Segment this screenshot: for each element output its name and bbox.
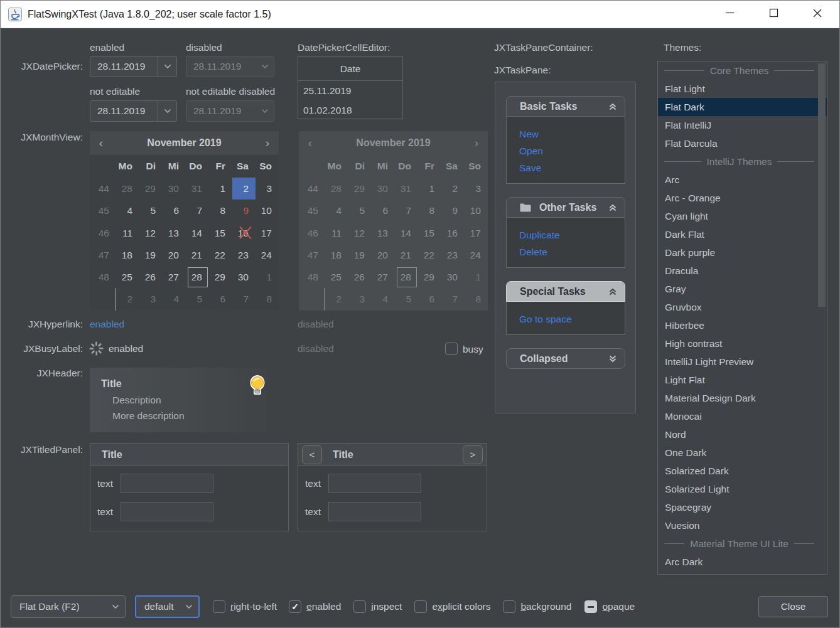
theme-item[interactable]: Spacegray xyxy=(658,498,827,516)
checkbox-busy[interactable] xyxy=(445,343,458,355)
text-input[interactable] xyxy=(328,502,421,521)
themes-scrollbar-thumb[interactable] xyxy=(818,63,826,307)
theme-item[interactable]: Vuesion xyxy=(658,516,827,535)
checkbox-box[interactable] xyxy=(353,600,366,613)
day-cell[interactable]: 9 xyxy=(232,200,256,221)
taskpane-header[interactable]: Other Tasks xyxy=(506,197,625,218)
task-link[interactable]: Save xyxy=(519,159,625,176)
variant-combobox[interactable]: default xyxy=(135,595,200,618)
theme-item[interactable]: Solarized Light xyxy=(658,480,827,498)
chevron-down-icon[interactable] xyxy=(158,101,176,121)
checkbox-box[interactable] xyxy=(213,600,225,613)
day-cell[interactable]: 16 xyxy=(232,222,256,244)
day-cell[interactable]: 7 xyxy=(186,200,209,221)
day-cell[interactable]: 8 xyxy=(256,288,279,310)
table-header-date[interactable]: Date xyxy=(298,57,402,81)
task-link[interactable]: New xyxy=(519,125,625,142)
taskpane-header[interactable]: Collapsed xyxy=(506,348,625,369)
day-cell[interactable]: 25 xyxy=(116,266,139,288)
theme-item[interactable]: Flat Dark xyxy=(658,98,827,116)
taskpane-header[interactable]: Special Tasks xyxy=(506,281,625,302)
theme-combobox[interactable]: Flat Dark (F2) xyxy=(11,595,126,618)
text-input[interactable] xyxy=(328,474,421,493)
day-cell[interactable]: 1 xyxy=(209,178,232,200)
day-cell[interactable]: 20 xyxy=(163,244,186,266)
day-cell[interactable]: 30 xyxy=(232,266,256,288)
datepicker-enabled[interactable]: 28.11.2019 xyxy=(90,56,177,77)
day-cell[interactable]: 19 xyxy=(139,244,163,266)
task-link[interactable]: Delete xyxy=(519,243,625,260)
theme-item[interactable]: High contrast xyxy=(658,334,827,353)
task-link[interactable]: Go to space xyxy=(519,311,625,327)
checkbox-explicit-colors[interactable]: explicit colors xyxy=(414,600,490,613)
day-cell[interactable]: 10 xyxy=(256,200,279,221)
day-cell[interactable]: 12 xyxy=(139,222,163,244)
chevron-double-up-icon[interactable] xyxy=(608,102,617,111)
table-row[interactable]: 25.11.2019 xyxy=(298,81,402,100)
day-cell[interactable]: 3 xyxy=(139,288,163,310)
day-cell[interactable]: 15 xyxy=(209,222,232,244)
hyperlink-enabled[interactable]: enabled xyxy=(90,319,124,330)
datepicker-not-editable[interactable]: 28.11.2019 xyxy=(90,100,177,122)
table-row[interactable]: 01.02.2018 xyxy=(298,100,402,120)
day-cell[interactable]: 26 xyxy=(139,266,163,288)
day-cell[interactable]: 1 xyxy=(256,266,279,288)
close-window-button[interactable] xyxy=(795,1,839,28)
day-cell[interactable]: 18 xyxy=(116,244,139,266)
minimize-button[interactable] xyxy=(708,1,751,28)
day-cell[interactable]: 13 xyxy=(163,222,186,244)
day-cell[interactable]: 28 xyxy=(186,266,209,288)
datepicker-value[interactable]: 28.11.2019 xyxy=(90,56,158,77)
theme-item[interactable]: One Dark xyxy=(658,444,827,462)
day-cell[interactable]: 27 xyxy=(163,266,186,288)
monthview-enabled[interactable]: ‹November 2019›MoDiMiDoFrSaSo44282930311… xyxy=(90,131,279,311)
day-cell[interactable]: 23 xyxy=(232,244,256,266)
day-cell[interactable]: 29 xyxy=(209,266,232,288)
theme-item[interactable]: Light Flat xyxy=(658,371,827,389)
theme-item[interactable]: Flat IntelliJ xyxy=(658,116,827,134)
checkbox-background[interactable]: background xyxy=(503,600,571,613)
checkbox-opaque[interactable]: opaque xyxy=(584,600,635,613)
maximize-button[interactable] xyxy=(751,1,795,28)
day-cell[interactable]: 31 xyxy=(186,178,209,200)
taskpane-header[interactable]: Basic Tasks xyxy=(506,96,625,117)
checkbox-right-to-left[interactable]: right-to-left xyxy=(213,600,277,613)
theme-item[interactable]: Arc Dark Contrast xyxy=(658,571,827,575)
day-cell[interactable]: 4 xyxy=(163,288,186,310)
day-cell[interactable]: 4 xyxy=(116,200,139,221)
text-input[interactable] xyxy=(121,474,213,493)
day-cell[interactable]: 14 xyxy=(186,222,209,244)
day-cell[interactable]: 24 xyxy=(256,244,279,266)
next-button[interactable]: > xyxy=(463,445,483,464)
prev-button[interactable]: < xyxy=(302,445,322,464)
day-cell[interactable]: 29 xyxy=(139,178,163,200)
theme-item[interactable]: Material Design Dark xyxy=(658,389,827,407)
day-cell[interactable]: 22 xyxy=(209,244,232,266)
theme-item[interactable]: Gruvbox xyxy=(658,298,827,316)
day-cell[interactable]: 7 xyxy=(232,288,256,310)
day-cell[interactable]: 6 xyxy=(163,200,186,221)
close-button[interactable]: Close xyxy=(758,596,828,617)
theme-item[interactable]: Dracula xyxy=(658,262,827,280)
day-cell[interactable]: 30 xyxy=(163,178,186,200)
day-cell[interactable]: 6 xyxy=(209,288,232,310)
day-cell[interactable]: 11 xyxy=(116,222,139,244)
checkbox-inspect[interactable]: inspect xyxy=(353,600,402,613)
day-cell[interactable]: 5 xyxy=(186,288,209,310)
day-cell[interactable]: 5 xyxy=(139,200,163,221)
theme-item[interactable]: Solarized Dark xyxy=(658,462,827,480)
day-cell[interactable]: 2 xyxy=(116,288,139,310)
theme-item[interactable]: Flat Light xyxy=(658,80,827,98)
theme-item[interactable]: Monocai xyxy=(658,407,827,425)
theme-item[interactable]: Nord xyxy=(658,425,827,444)
day-cell[interactable]: 8 xyxy=(209,200,232,221)
day-cell[interactable]: 3 xyxy=(256,178,279,200)
task-link[interactable]: Open xyxy=(519,142,625,159)
theme-item[interactable]: Flat Darcula xyxy=(658,134,827,152)
theme-item[interactable]: Cyan light xyxy=(658,207,827,225)
theme-item[interactable]: Dark purple xyxy=(658,243,827,262)
theme-item[interactable]: Hiberbee xyxy=(658,316,827,334)
text-input[interactable] xyxy=(121,502,213,521)
checkbox-enabled[interactable]: ✓enabled xyxy=(289,600,341,613)
checkbox-box[interactable] xyxy=(503,600,515,613)
